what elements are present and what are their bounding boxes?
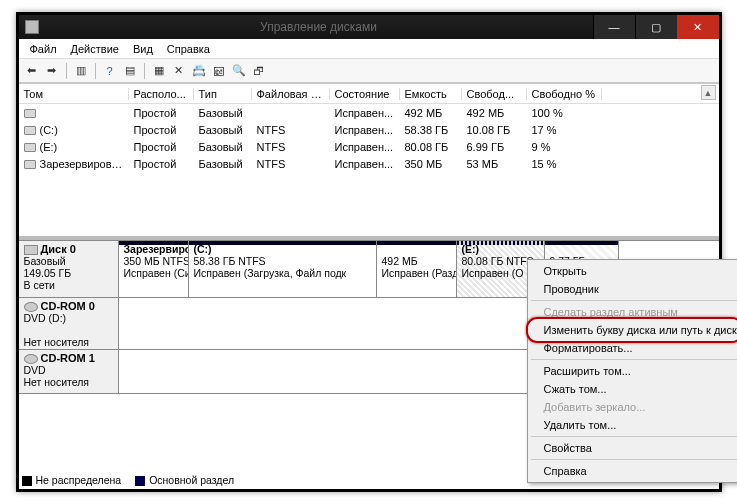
delete-icon[interactable]: ✕ xyxy=(170,62,188,80)
col-status[interactable]: Состояние xyxy=(330,88,400,100)
scroll-up-icon[interactable]: ▲ xyxy=(701,85,716,100)
titlebar: Управление дисками — ▢ ✕ xyxy=(19,15,719,39)
cdrom-0-info[interactable]: CD-ROM 0 DVD (D:) Нет носителя xyxy=(19,298,119,349)
list-icon[interactable]: ▤ xyxy=(121,62,139,80)
menu-view[interactable]: Вид xyxy=(126,41,160,57)
col-layout[interactable]: Располо... xyxy=(129,88,194,100)
table-row[interactable]: Зарезервировано...ПростойБазовыйNTFSИспр… xyxy=(19,155,719,172)
col-volume[interactable]: Том xyxy=(19,88,129,100)
col-free[interactable]: Свобод... xyxy=(462,88,527,100)
ctx-shrink[interactable]: Сжать том... xyxy=(530,380,738,398)
menu-file[interactable]: Файл xyxy=(23,41,64,57)
rescan-icon[interactable]: 🗗 xyxy=(250,62,268,80)
window-title: Управление дисками xyxy=(45,20,593,34)
ctx-change-letter[interactable]: Изменить букву диска или путь к диску... xyxy=(530,321,738,339)
ctx-mirror: Добавить зеркало... xyxy=(530,398,738,416)
col-freepct[interactable]: Свободно % xyxy=(527,88,602,100)
table-row[interactable]: ПростойБазовыйИсправен...492 МБ492 МБ100… xyxy=(19,104,719,121)
window-frame: Управление дисками — ▢ ✕ Файл Действие В… xyxy=(16,12,722,492)
ctx-open[interactable]: Открыть xyxy=(530,262,738,280)
col-cap[interactable]: Емкость xyxy=(400,88,462,100)
properties-icon[interactable]: 📇 xyxy=(190,62,208,80)
menu-action[interactable]: Действие xyxy=(64,41,126,57)
ctx-delete[interactable]: Удалить том... xyxy=(530,416,738,434)
partition[interactable]: 492 МБИсправен (Разд xyxy=(377,241,457,297)
app-icon xyxy=(25,20,39,34)
partition[interactable]: (C:)58.38 ГБ NTFSИсправен (Загрузка, Фай… xyxy=(189,241,377,297)
forward-icon[interactable]: ➡ xyxy=(43,62,61,80)
back-icon[interactable]: ⬅ xyxy=(23,62,41,80)
ctx-properties[interactable]: Свойства xyxy=(530,439,738,457)
menu-help[interactable]: Справка xyxy=(160,41,217,57)
col-fs[interactable]: Файловая с... xyxy=(252,88,330,100)
ctx-explorer[interactable]: Проводник xyxy=(530,280,738,298)
help-icon[interactable]: ? xyxy=(101,62,119,80)
disk-icon xyxy=(24,245,38,255)
minimize-button[interactable]: — xyxy=(593,15,635,39)
ctx-help[interactable]: Справка xyxy=(530,462,738,480)
ctx-format[interactable]: Форматировать... xyxy=(530,339,738,357)
legend: Не распределена Основной раздел xyxy=(22,474,235,486)
menubar: Файл Действие Вид Справка xyxy=(19,39,719,59)
table-row[interactable]: (C:)ПростойБазовыйNTFSИсправен...58.38 Г… xyxy=(19,121,719,138)
ctx-extend[interactable]: Расширить том... xyxy=(530,362,738,380)
table-row[interactable]: (E:)ПростойБазовыйNTFSИсправен...80.08 Г… xyxy=(19,138,719,155)
close-button[interactable]: ✕ xyxy=(677,15,719,39)
maximize-button[interactable]: ▢ xyxy=(635,15,677,39)
cd-icon xyxy=(24,302,38,312)
settings-icon[interactable]: ▦ xyxy=(150,62,168,80)
context-menu: Открыть Проводник Сделать раздел активны… xyxy=(527,259,738,483)
action-icon[interactable]: 🗟 xyxy=(210,62,228,80)
refresh-icon[interactable]: 🔍 xyxy=(230,62,248,80)
toolbar: ⬅ ➡ ▥ ? ▤ ▦ ✕ 📇 🗟 🔍 🗗 xyxy=(19,59,719,83)
cdrom-1-info[interactable]: CD-ROM 1 DVD Нет носителя xyxy=(19,350,119,393)
volume-list: Том Располо... Тип Файловая с... Состоян… xyxy=(19,83,719,240)
col-type[interactable]: Тип xyxy=(194,88,252,100)
partition[interactable]: Зарезервиров350 МБ NTFSИсправен (Сис xyxy=(119,241,189,297)
ctx-make-active: Сделать раздел активным xyxy=(530,303,738,321)
cd-icon xyxy=(24,354,38,364)
panes-icon[interactable]: ▥ xyxy=(72,62,90,80)
disk-0-info[interactable]: Диск 0 Базовый 149.05 ГБ В сети xyxy=(19,241,119,297)
